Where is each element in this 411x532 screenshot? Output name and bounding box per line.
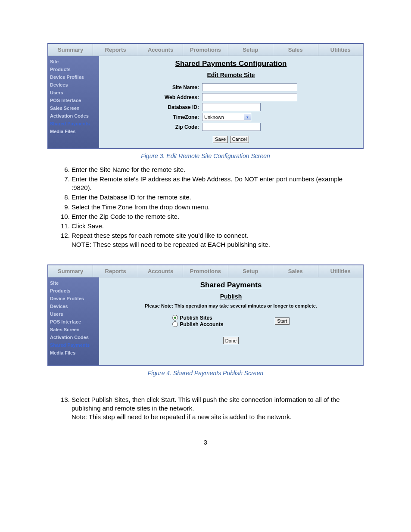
sidebar-item-users[interactable]: Users	[48, 310, 99, 318]
timezone-value: Unknown	[202, 115, 244, 120]
tab-bar-2: Summary Reports Accounts Promotions Setu…	[48, 265, 363, 277]
site-name-label: Site Name:	[164, 83, 201, 92]
sidebar-item-media-files[interactable]: Media Files	[48, 349, 99, 357]
zip-code-input[interactable]	[202, 123, 261, 131]
instruction-list-2: Select Publish Sites, then click Start. …	[47, 395, 364, 422]
step-6: Enter the Site Name for the remote site.	[72, 165, 364, 174]
sidebar-item-shared-payments[interactable]: Shared Payments	[48, 120, 99, 128]
tab-sales[interactable]: Sales	[273, 44, 318, 56]
tab-reports[interactable]: Reports	[93, 265, 138, 277]
timezone-select[interactable]: Unknown ▾	[202, 113, 251, 121]
sidebar-item-device-profiles[interactable]: Device Profiles	[48, 295, 99, 302]
publish-note: Please Note: This operation may take sev…	[102, 303, 360, 308]
tab-utilities[interactable]: Utilities	[318, 265, 363, 277]
sidebar-item-products[interactable]: Products	[48, 287, 99, 295]
section-title: Edit Remote Site	[102, 72, 360, 78]
step-8: Enter the Database ID for the remote sit…	[72, 193, 364, 202]
sidebar-item-devices[interactable]: Devices	[48, 302, 99, 310]
radio-publish-sites-label: Publish Sites	[180, 315, 212, 321]
database-id-input[interactable]	[202, 103, 261, 111]
tab-sales[interactable]: Sales	[273, 265, 318, 277]
sidebar-item-device-profiles[interactable]: Device Profiles	[48, 73, 99, 81]
main-panel: Shared Payments Configuration Edit Remot…	[99, 56, 363, 148]
figure-4-screenshot: Summary Reports Accounts Promotions Setu…	[47, 264, 364, 366]
sidebar-item-devices[interactable]: Devices	[48, 81, 99, 89]
step-13-note: Note: This step will need to be repeated…	[72, 413, 292, 420]
site-name-input[interactable]	[202, 83, 297, 91]
tab-setup[interactable]: Setup	[228, 44, 273, 56]
sidebar-item-media-files[interactable]: Media Files	[48, 128, 99, 135]
page-number: 3	[47, 439, 364, 446]
figure-3-caption: Figure 3. Edit Remote Site Configuration…	[47, 152, 364, 159]
timezone-label: TimeZone:	[164, 112, 201, 121]
step-12: Repeat these steps for each remote site …	[72, 231, 364, 249]
tab-summary[interactable]: Summary	[48, 265, 93, 277]
tab-accounts[interactable]: Accounts	[138, 44, 183, 56]
step-11: Click Save.	[72, 222, 364, 230]
cancel-button[interactable]: Cancel	[230, 136, 249, 143]
zip-code-label: Zip Code:	[164, 122, 201, 131]
step-12-note: NOTE: These steps will need to be repeat…	[72, 241, 270, 248]
radio-publish-accounts[interactable]	[172, 321, 178, 327]
web-address-input[interactable]	[202, 93, 297, 101]
sidebar-item-site[interactable]: Site	[48, 58, 99, 65]
tab-promotions[interactable]: Promotions	[183, 265, 228, 277]
tab-reports[interactable]: Reports	[93, 44, 138, 56]
save-button[interactable]: Save	[213, 136, 228, 143]
tab-accounts[interactable]: Accounts	[138, 265, 183, 277]
figure-4-caption: Figure 4. Shared Payments Publish Screen	[47, 370, 364, 376]
chevron-down-icon: ▾	[244, 114, 251, 120]
tab-utilities[interactable]: Utilities	[318, 44, 363, 56]
tab-summary[interactable]: Summary	[48, 44, 93, 56]
page-title-2: Shared Payments	[102, 281, 360, 289]
main-panel-2: Shared Payments Publish Please Note: Thi…	[99, 277, 363, 365]
tab-setup[interactable]: Setup	[228, 265, 273, 277]
page-title: Shared Payments Configuration	[102, 59, 360, 68]
sidebar-item-products[interactable]: Products	[48, 65, 99, 73]
sidebar-item-pos-interface[interactable]: POS Interface	[48, 96, 99, 104]
web-address-label: Web Address:	[164, 93, 201, 102]
radio-publish-sites[interactable]	[172, 315, 178, 320]
sidebar-item-activation-codes[interactable]: Activation Codes	[48, 112, 99, 120]
sidebar-item-users[interactable]: Users	[48, 89, 99, 96]
sidebar-item-site[interactable]: Site	[48, 279, 99, 287]
instruction-list-1: Enter the Site Name for the remote site.…	[47, 165, 364, 249]
step-10: Enter the Zip Code to the remote site.	[72, 212, 364, 221]
section-title-2: Publish	[102, 293, 360, 300]
sidebar-item-activation-codes[interactable]: Activation Codes	[48, 333, 99, 341]
done-button[interactable]: Done	[223, 337, 239, 344]
figure-3-screenshot: Summary Reports Accounts Promotions Setu…	[47, 43, 364, 149]
step-9: Select the Time Zone from the drop down …	[72, 203, 364, 212]
step-13: Select Publish Sites, then click Start. …	[72, 395, 364, 422]
sidebar-item-pos-interface[interactable]: POS Interface	[48, 318, 99, 326]
publish-radio-group: Publish Sites Publish Accounts	[172, 314, 223, 328]
tab-bar: Summary Reports Accounts Promotions Setu…	[48, 44, 363, 56]
sidebar-item-shared-payments[interactable]: Shared Payments	[48, 341, 99, 349]
sidebar: Site Products Device Profiles Devices Us…	[48, 56, 99, 148]
step-7: Enter the Remote site’s IP address as th…	[72, 175, 364, 193]
database-id-label: Database ID:	[164, 103, 201, 112]
sidebar-2: Site Products Device Profiles Devices Us…	[48, 277, 99, 365]
sidebar-item-sales-screen[interactable]: Sales Screen	[48, 104, 99, 112]
radio-publish-accounts-label: Publish Accounts	[180, 321, 223, 327]
start-button[interactable]: Start	[275, 317, 289, 325]
tab-promotions[interactable]: Promotions	[183, 44, 228, 56]
sidebar-item-sales-screen[interactable]: Sales Screen	[48, 326, 99, 333]
